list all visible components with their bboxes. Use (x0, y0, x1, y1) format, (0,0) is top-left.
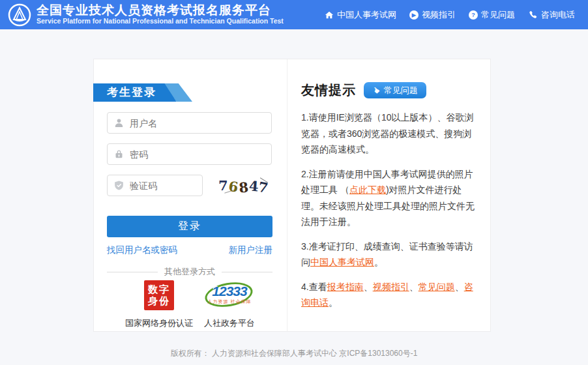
username-input[interactable] (130, 118, 271, 128)
main-card: 考生登录 76847 登录 找回用户名或密码 新用户注册 (93, 59, 491, 332)
site-subtitle: Service Platform for National Profession… (37, 17, 284, 25)
video-icon: ▶ (409, 10, 419, 20)
tip-link[interactable]: 视频指引 (373, 282, 409, 292)
login-button[interactable]: 登录 (107, 216, 272, 237)
forgot-password-link[interactable]: 找回用户名或密码 (107, 244, 177, 256)
login-banner: 考生登录 (93, 83, 192, 102)
tip-item: 2.注册前请使用中国人事考试网提供的照片处理工具 （点此下载)对照片文件进行处理… (301, 166, 476, 230)
footer: 版权所有： 人力资源和社会保障部人事考试中心 京ICP备13013060号-1 (0, 348, 588, 359)
header-nav: 中国人事考试网 ▶ 视频指引 ? 常见问题 咨询电话 (324, 9, 575, 21)
nav-faq[interactable]: ? 常见问题 (469, 9, 515, 21)
username-field (107, 112, 272, 134)
tip-item: 1.请使用IE浏览器（10以上版本）、谷歌浏览器，或者360浏览器的极速模式、搜… (301, 110, 476, 158)
copyright-text: 版权所有： 人力资源和社会保障部人事考试中心 京ICP备13013060号-1 (171, 349, 418, 358)
divider-line (107, 272, 158, 272)
tips-list: 1.请使用IE浏览器（10以上版本）、谷歌浏览器，或者360浏览器的极速模式、搜… (301, 110, 476, 311)
tips-panel: 友情提示 ☚ 常见问题 1.请使用IE浏览器（10以上版本）、谷歌浏览器，或者3… (288, 59, 490, 331)
shield-icon (108, 180, 130, 191)
captcha-field (107, 175, 203, 196)
captcha-digits: 76847 (218, 177, 269, 194)
faq-button[interactable]: ☚ 常见问题 (364, 82, 426, 98)
password-input[interactable] (130, 149, 271, 160)
other-methods-label: 其他登录方式 (164, 266, 215, 278)
register-link[interactable]: 新用户注册 (229, 244, 273, 256)
tip-item: 4.查看报考指南、视频指引、常见问题、咨询电话。 (301, 279, 476, 311)
lock-icon (108, 149, 130, 160)
tip-item: 3.准考证打印、成绩查询、证书查验等请访问中国人事考试网。 (301, 239, 476, 270)
digital-id-label: 国家网络身份认证 (125, 317, 193, 329)
pointer-hand-icon: ☚ (370, 85, 381, 96)
rsz-12333-logo: 12333 人力资源 社会保障 (203, 279, 256, 312)
tip-link[interactable]: 点此下载 (349, 184, 386, 195)
nav-phone[interactable]: 咨询电话 (528, 9, 575, 21)
divider-line (222, 272, 272, 272)
home-icon (324, 10, 334, 20)
question-icon: ? (469, 10, 478, 20)
rsz-platform-method[interactable]: 12333 人力资源 社会保障 人社政务平台 (203, 278, 256, 329)
brand: 全国专业技术人员资格考试报名服务平台 Service Platform for … (8, 3, 284, 27)
site-logo-icon (8, 3, 31, 27)
login-methods: 数字 身份 国家网络身份认证 12333 人力资源 社会保障 人社政务平台 (94, 278, 287, 329)
tips-header: 友情提示 ☚ 常见问题 (301, 81, 476, 99)
captcha-input[interactable] (130, 181, 202, 191)
user-icon (108, 117, 130, 128)
other-methods-divider: 其他登录方式 (107, 266, 272, 278)
captcha-digit: 7 (218, 177, 229, 194)
tip-link[interactable]: 报考指南 (327, 282, 364, 292)
nav-exam-site[interactable]: 中国人事考试网 (324, 9, 396, 21)
captcha-digit: 7 (257, 179, 271, 196)
login-links: 找回用户名或密码 新用户注册 (107, 244, 272, 256)
login-panel: 考生登录 76847 登录 找回用户名或密码 新用户注册 (94, 59, 287, 331)
captcha-image[interactable]: 76847 (215, 175, 272, 196)
tip-link[interactable]: 常见问题 (419, 282, 455, 292)
site-title: 全国专业技术人员资格考试报名服务平台 (37, 4, 284, 17)
password-field (107, 143, 272, 165)
digital-id-logo: 数字 身份 (144, 280, 174, 310)
tips-title: 友情提示 (301, 81, 356, 99)
nav-video-guide[interactable]: ▶ 视频指引 (409, 9, 456, 21)
tip-link[interactable]: 中国人事考试网 (310, 257, 374, 267)
rsz-platform-label: 人社政务平台 (204, 317, 255, 329)
digital-id-method[interactable]: 数字 身份 国家网络身份认证 (125, 278, 193, 329)
phone-icon (528, 10, 538, 20)
header: 全国专业技术人员资格考试报名服务平台 Service Platform for … (0, 0, 588, 29)
